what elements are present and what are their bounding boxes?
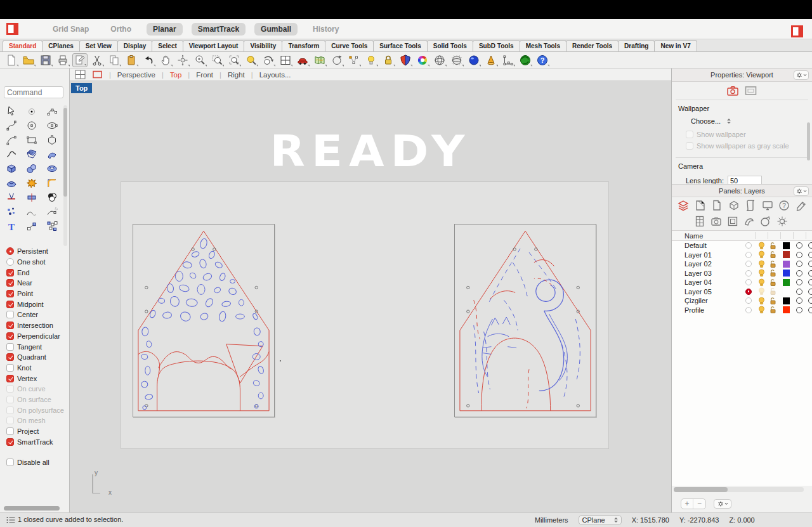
- trim-icon[interactable]: [5, 191, 18, 204]
- layer-material-circle[interactable]: [796, 279, 802, 285]
- layer-material-circle[interactable]: [796, 289, 802, 295]
- layer-row-layer-02[interactable]: Layer 02: [672, 259, 812, 269]
- spheres-tool-icon[interactable]: [25, 162, 38, 175]
- command-input[interactable]: [4, 86, 63, 98]
- text-tool-icon[interactable]: T: [5, 220, 18, 233]
- tab-subd-tools[interactable]: SubD Tools: [473, 40, 520, 51]
- layer-linetype-circle[interactable]: [808, 261, 812, 267]
- rendered-sphere-icon[interactable]: [466, 53, 481, 67]
- osnap-knot[interactable]: Knot: [6, 363, 69, 374]
- layer-linetype-circle[interactable]: [808, 307, 812, 313]
- point-cloud-icon[interactable]: [5, 205, 18, 218]
- layer-lock-icon[interactable]: [769, 260, 777, 268]
- layer-material-circle[interactable]: [796, 307, 802, 313]
- current-layer-radio[interactable]: [745, 297, 752, 304]
- osnap-smarttrack[interactable]: SmartTrack: [6, 436, 69, 447]
- named-view-icon[interactable]: [710, 215, 723, 228]
- tab-new-in-v7[interactable]: New in V7: [654, 40, 697, 51]
- current-layer-radio[interactable]: [745, 242, 752, 249]
- spotlight-cone-icon[interactable]: [483, 53, 499, 67]
- layer-material-circle[interactable]: [796, 252, 802, 258]
- properties-scrollbar[interactable]: [807, 122, 810, 160]
- tab-set-view[interactable]: Set View: [79, 40, 118, 51]
- four-viewports-icon[interactable]: [278, 53, 293, 67]
- osnap-tangent[interactable]: Tangent: [6, 341, 69, 352]
- single-point-icon[interactable]: [25, 105, 38, 117]
- tab-curve-tools[interactable]: Curve Tools: [325, 40, 374, 51]
- file-icon[interactable]: [710, 199, 723, 212]
- layer-lock-icon[interactable]: [769, 250, 777, 259]
- toggle-planar[interactable]: Planar: [147, 23, 183, 36]
- tab-standard[interactable]: Standard: [3, 40, 43, 51]
- tab-visibility[interactable]: Visibility: [244, 40, 282, 51]
- zoom-window-icon[interactable]: [209, 53, 225, 67]
- layer-linetype-circle[interactable]: [808, 252, 812, 258]
- layer-row-layer-03[interactable]: Layer 03: [672, 269, 812, 278]
- layer-linetype-circle[interactable]: [808, 297, 812, 304]
- box-tool-icon[interactable]: [5, 162, 18, 175]
- display-icon[interactable]: [761, 199, 774, 212]
- show-wallpaper-checkbox[interactable]: Show wallpaper: [686, 129, 746, 140]
- points-chain-icon[interactable]: [346, 53, 362, 67]
- rotate-view-icon[interactable]: [175, 53, 190, 67]
- osnap-quadrant[interactable]: Quadrant: [6, 352, 69, 363]
- left-part-panel[interactable]: [133, 224, 275, 417]
- layer-color-swatch[interactable]: [783, 261, 790, 268]
- copy-icon[interactable]: [107, 53, 122, 67]
- tab-render-tools[interactable]: Render Tools: [566, 40, 619, 51]
- layer-visibility-bulb-icon[interactable]: [757, 306, 766, 314]
- sidebar-horizontal-scrollbar[interactable]: [4, 506, 60, 511]
- top-viewport-canvas[interactable]: Top READY y x: [70, 81, 671, 512]
- layer-material-circle[interactable]: [796, 270, 802, 277]
- tab-drafting[interactable]: Drafting: [618, 40, 655, 51]
- undo-icon[interactable]: [141, 53, 156, 67]
- material-page-icon[interactable]: [694, 199, 707, 212]
- earth-icon[interactable]: [518, 53, 533, 67]
- arc-tool-icon[interactable]: [5, 134, 18, 146]
- wallpaper-choose-dropdown[interactable]: Choose...: [691, 117, 731, 126]
- car-icon[interactable]: [295, 53, 310, 67]
- osnap-vertex[interactable]: Vertex: [6, 373, 69, 384]
- zoom-selected-icon[interactable]: [244, 53, 259, 67]
- layers-icon[interactable]: [677, 199, 690, 212]
- osnap-disable-all[interactable]: Disable all: [6, 457, 69, 468]
- osnap-perpendicular[interactable]: Perpendicular: [6, 331, 69, 342]
- arc-blend-icon[interactable]: [25, 205, 38, 218]
- osnap-intersection[interactable]: Intersection: [6, 320, 69, 331]
- split-icon[interactable]: [25, 191, 38, 204]
- layer-visibility-bulb-icon[interactable]: [757, 287, 766, 296]
- grid-sphere-icon[interactable]: [449, 53, 464, 67]
- current-layer-radio[interactable]: [745, 289, 752, 295]
- osnap-point[interactable]: Point: [6, 289, 69, 299]
- box-icon[interactable]: [728, 199, 740, 212]
- ellipse-tool-icon[interactable]: [46, 119, 58, 132]
- layer-lock-icon[interactable]: [769, 278, 777, 287]
- layer-linetype-circle[interactable]: [808, 279, 812, 285]
- new-file-icon[interactable]: [4, 53, 19, 67]
- print-icon[interactable]: [55, 53, 70, 67]
- layer-visibility-bulb-icon[interactable]: [757, 250, 766, 259]
- display-mode-icon[interactable]: [92, 70, 103, 79]
- layer-linetype-circle[interactable]: [808, 242, 812, 249]
- viewport-tab-front[interactable]: Front: [196, 71, 213, 79]
- layers-horizontal-scrollbar[interactable]: [674, 487, 804, 492]
- layer-color-swatch[interactable]: [783, 279, 790, 286]
- curve-blend-icon[interactable]: [5, 148, 18, 160]
- osnap-center[interactable]: Center: [6, 309, 69, 320]
- move-tool-icon[interactable]: [25, 220, 38, 233]
- loft-surface-icon[interactable]: [25, 148, 38, 160]
- undo-view-icon[interactable]: [261, 53, 276, 67]
- layer-lock-icon[interactable]: [769, 297, 777, 305]
- layer-linetype-circle[interactable]: [808, 270, 812, 277]
- notes-icon[interactable]: [744, 199, 757, 212]
- layer-row-profile[interactable]: Profile: [672, 306, 812, 315]
- tab-cplanes[interactable]: CPlanes: [42, 40, 79, 51]
- tab-transform[interactable]: Transform: [282, 40, 325, 51]
- libraries-icon[interactable]: [795, 199, 808, 212]
- tab-mesh-tools[interactable]: Mesh Tools: [520, 40, 566, 51]
- cplane-dropdown[interactable]: CPlane: [579, 515, 622, 525]
- birdhouse-voronoi-drawing[interactable]: [133, 224, 274, 417]
- birdhouse-swirl-drawing[interactable]: [455, 224, 596, 417]
- viewport-name-badge[interactable]: Top: [71, 83, 92, 93]
- fillet-edge-icon[interactable]: [46, 177, 58, 190]
